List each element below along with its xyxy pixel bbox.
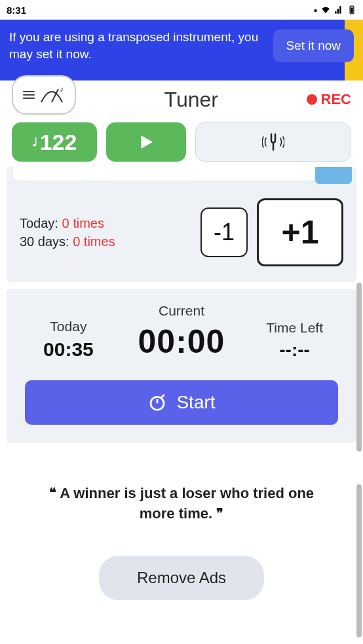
- status-bar: 8:31 ▪: [0, 0, 363, 20]
- status-icons: ▪: [314, 5, 356, 16]
- tuning-fork-icon: [262, 133, 284, 151]
- notification-icon: ▪: [314, 5, 317, 16]
- minus-one-button[interactable]: -1: [201, 207, 248, 257]
- timer-today-label: Today: [25, 319, 112, 334]
- plus-one-button[interactable]: +1: [257, 198, 343, 266]
- practice-counter-card: Today: 0 times 30 days: 0 times -1 +1: [7, 167, 356, 282]
- scrollbar[interactable]: [356, 484, 362, 637]
- main-area[interactable]: Today: 0 times 30 days: 0 times -1 +1 To…: [0, 162, 363, 600]
- timer-today-col: Today 00:35: [25, 319, 112, 361]
- timer-card: Today 00:35 Current 00:00 Time Left --:-…: [7, 289, 356, 443]
- quote-close-icon: ❞: [216, 506, 223, 520]
- status-time: 8:31: [7, 5, 314, 16]
- rec-indicator[interactable]: REC: [307, 82, 351, 108]
- timer-current-label: Current: [112, 303, 251, 319]
- timer-today-value: 00:35: [25, 338, 112, 361]
- timer-left-label: Time Left: [251, 320, 338, 336]
- rec-dot-icon: [307, 94, 317, 105]
- banner-text: If you are using a transposed instrument…: [9, 29, 265, 62]
- timer-left-col: Time Left --:--: [251, 320, 338, 361]
- metronome-icon: ♪: [39, 85, 65, 105]
- range-label: 30 days:: [20, 234, 69, 249]
- tuning-fork-button[interactable]: [195, 122, 351, 162]
- hamburger-icon: [23, 91, 35, 99]
- page-title: Tuner: [76, 79, 307, 112]
- set-it-now-button[interactable]: Set it now: [273, 29, 354, 62]
- bpm-value: 122: [40, 130, 77, 155]
- signal-icon: [334, 5, 343, 14]
- start-label: Start: [176, 392, 215, 413]
- range-value: 0 times: [73, 234, 115, 249]
- svg-line-2: [52, 89, 58, 102]
- timer-start-icon: [147, 393, 167, 412]
- play-icon: [136, 132, 156, 152]
- quote-open-icon: ❝: [49, 486, 56, 500]
- svg-rect-1: [351, 8, 353, 13]
- battery-icon: [347, 5, 356, 14]
- today-label: Today:: [20, 216, 58, 230]
- controls-row: ♩ 122: [0, 115, 363, 162]
- timer-left-value: --:--: [251, 340, 338, 361]
- header: ♪ Tuner REC: [0, 69, 363, 115]
- wifi-icon: [321, 5, 330, 14]
- partial-row: [12, 167, 351, 181]
- rec-label: REC: [321, 91, 351, 108]
- scrollbar[interactable]: [356, 283, 362, 452]
- quote-body: A winner is just a loser who tried one m…: [60, 485, 314, 522]
- blue-tag[interactable]: [315, 167, 352, 184]
- timer-current-value: 00:00: [112, 323, 251, 361]
- timer-current-col: Current 00:00: [112, 303, 251, 361]
- practice-stats: Today: 0 times 30 days: 0 times: [20, 214, 191, 251]
- remove-ads-button[interactable]: Remove Ads: [99, 556, 264, 600]
- quote-text: ❝ A winner is just a loser who tried one…: [7, 443, 356, 544]
- svg-text:♪: ♪: [60, 85, 64, 94]
- menu-button[interactable]: ♪: [12, 75, 76, 115]
- note-icon: ♩: [32, 135, 37, 149]
- play-button[interactable]: [106, 122, 186, 162]
- today-value: 0 times: [62, 216, 104, 230]
- bpm-button[interactable]: ♩ 122: [12, 122, 97, 162]
- start-button[interactable]: Start: [25, 380, 338, 425]
